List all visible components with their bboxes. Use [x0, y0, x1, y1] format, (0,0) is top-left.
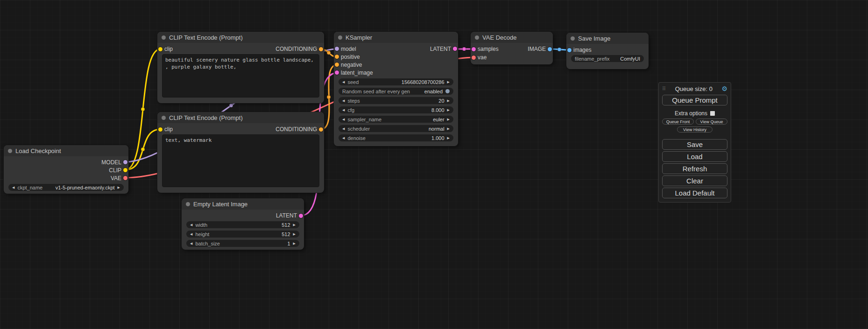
node-ksampler[interactable]: KSampler model LATENT positive negative … [334, 32, 458, 146]
node-body: MODEL CLIP VAE ◀ ckpt_name v1-5-pruned-e… [4, 156, 128, 191]
collapse-dot-icon[interactable] [8, 149, 12, 153]
widget-value: 8.000 [431, 107, 445, 113]
arrow-right-icon[interactable]: ▶ [118, 186, 120, 189]
ckpt-name-widget[interactable]: ◀ ckpt_name v1-5-pruned-emaonly.ckpt ▶ [8, 184, 124, 191]
model-input-dot[interactable] [335, 47, 339, 51]
arrow-right-icon[interactable]: ▶ [447, 80, 450, 84]
clip-output-label: CLIP [109, 167, 121, 174]
queue-menu-header: ⠿ Queue size: 0 ⚙ [662, 84, 727, 93]
image-output-dot[interactable] [548, 47, 552, 51]
drag-handle-icon[interactable]: ⠿ [662, 86, 666, 92]
collapse-dot-icon[interactable] [162, 116, 166, 120]
latent-output-dot[interactable] [299, 214, 303, 218]
load-default-button[interactable]: Load Default [662, 188, 727, 198]
arrow-left-icon[interactable]: ◀ [342, 108, 345, 112]
node-load-checkpoint[interactable]: Load Checkpoint MODEL CLIP VAE ◀ ckpt_na… [4, 145, 128, 194]
collapse-dot-icon[interactable] [162, 35, 166, 40]
steps-widget[interactable]: ◀ steps 20 ▶ [339, 97, 453, 104]
refresh-button[interactable]: Refresh [662, 163, 727, 174]
conditioning-output-dot[interactable] [319, 127, 323, 132]
positive-input-dot[interactable] [335, 55, 339, 59]
arrow-left-icon[interactable]: ◀ [342, 136, 345, 140]
arrow-right-icon[interactable]: ▶ [447, 99, 450, 102]
node-clip-text-encode-negative[interactable]: CLIP Text Encode (Prompt) clip CONDITION… [157, 112, 324, 193]
clip-input-dot[interactable] [158, 47, 162, 51]
arrow-right-icon[interactable]: ▶ [447, 127, 450, 130]
settings-gear-icon[interactable]: ⚙ [721, 85, 727, 92]
model-output-dot[interactable] [123, 160, 127, 164]
node-body: images filename_prefix ComfyUI [566, 44, 649, 62]
arrow-left-icon[interactable]: ◀ [342, 80, 345, 84]
vae-input-dot[interactable] [472, 56, 476, 60]
queue-prompt-button[interactable]: Queue Prompt [662, 95, 727, 105]
toggle-indicator-icon[interactable] [445, 89, 450, 93]
node-title-bar[interactable]: CLIP Text Encode (Prompt) [157, 32, 324, 43]
clip-output-dot[interactable] [123, 168, 127, 172]
width-widget[interactable]: ◀ width 512 ▶ [186, 221, 299, 228]
vae-output-dot[interactable] [123, 176, 127, 180]
node-title-bar[interactable]: VAE Decode [471, 32, 553, 43]
node-title-bar[interactable]: Load Checkpoint [4, 145, 128, 156]
widget-value: normal [429, 126, 445, 132]
node-title-bar[interactable]: Empty Latent Image [182, 198, 304, 210]
negative-input-dot[interactable] [335, 63, 339, 67]
arrow-right-icon[interactable]: ▶ [293, 232, 296, 236]
node-title: CLIP Text Encode (Prompt) [169, 34, 243, 41]
images-input-dot[interactable] [567, 48, 572, 52]
node-vae-decode[interactable]: VAE Decode samples IMAGE vae [471, 32, 553, 64]
random-seed-toggle-widget[interactable]: Random seed after every gen enabled [339, 88, 453, 95]
node-body: samples IMAGE vae [471, 43, 553, 62]
collapse-dot-icon[interactable] [186, 202, 190, 206]
extra-options-checkbox[interactable] [710, 111, 715, 116]
arrow-left-icon[interactable]: ◀ [342, 118, 345, 121]
queue-menu-panel[interactable]: ⠿ Queue size: 0 ⚙ Queue Prompt Extra opt… [658, 82, 731, 203]
clip-input-dot[interactable] [158, 127, 162, 132]
node-title-bar[interactable]: Save Image [566, 33, 649, 44]
arrow-right-icon[interactable]: ▶ [447, 118, 450, 121]
arrow-left-icon[interactable]: ◀ [12, 186, 14, 189]
arrow-left-icon[interactable]: ◀ [190, 242, 192, 245]
arrow-right-icon[interactable]: ▶ [293, 223, 296, 226]
clear-button[interactable]: Clear [662, 175, 727, 186]
collapse-dot-icon[interactable] [571, 36, 575, 41]
positive-input-label: positive [341, 54, 360, 60]
queue-front-button[interactable]: Queue Front [662, 119, 694, 125]
arrow-right-icon[interactable]: ▶ [447, 108, 450, 112]
arrow-left-icon[interactable]: ◀ [190, 232, 192, 236]
widget-value: v1-5-pruned-emaonly.ckpt [56, 185, 115, 190]
arrow-right-icon[interactable]: ▶ [447, 136, 450, 140]
height-widget[interactable]: ◀ height 512 ▶ [186, 231, 299, 238]
node-empty-latent-image[interactable]: Empty Latent Image LATENT ◀ width 512 ▶ … [182, 198, 304, 250]
arrow-left-icon[interactable]: ◀ [342, 99, 345, 102]
batch-size-widget[interactable]: ◀ batch_size 1 ▶ [186, 240, 299, 247]
arrow-left-icon[interactable]: ◀ [190, 223, 192, 226]
slot-row: samples IMAGE [471, 45, 553, 53]
arrow-right-icon[interactable]: ▶ [293, 242, 296, 245]
node-title-bar[interactable]: CLIP Text Encode (Prompt) [157, 112, 324, 123]
scheduler-widget[interactable]: ◀ scheduler normal ▶ [339, 125, 453, 132]
conditioning-output-dot[interactable] [319, 47, 323, 51]
view-history-button[interactable]: View History [677, 126, 713, 133]
latent-output-dot[interactable] [453, 47, 457, 51]
negative-prompt-textarea[interactable]: text, watermark [162, 134, 319, 187]
positive-prompt-textarea[interactable]: beautiful scenery nature glass bottle la… [162, 54, 319, 98]
filename-prefix-widget[interactable]: filename_prefix ComfyUI [571, 55, 644, 62]
collapse-dot-icon[interactable] [475, 35, 479, 40]
collapse-dot-icon[interactable] [338, 35, 342, 40]
seed-widget[interactable]: ◀ seed 156680208700286 ▶ [339, 78, 453, 85]
widget-label: filename_prefix [575, 56, 610, 62]
node-save-image[interactable]: Save Image images filename_prefix ComfyU… [566, 33, 649, 69]
widget-label: sampler_name [347, 117, 381, 122]
cfg-widget[interactable]: ◀ cfg 8.000 ▶ [339, 106, 453, 113]
arrow-left-icon[interactable]: ◀ [342, 127, 345, 130]
node-clip-text-encode-positive[interactable]: CLIP Text Encode (Prompt) clip CONDITION… [157, 32, 324, 103]
save-button[interactable]: Save [662, 139, 727, 150]
sampler-name-widget[interactable]: ◀ sampler_name euler ▶ [339, 116, 453, 123]
latent-image-input-dot[interactable] [335, 70, 339, 75]
load-button[interactable]: Load [662, 151, 727, 162]
node-graph-canvas[interactable]: Load Checkpoint MODEL CLIP VAE ◀ ckpt_na… [0, 0, 868, 329]
samples-input-dot[interactable] [472, 47, 476, 51]
view-queue-button[interactable]: View Queue [696, 119, 727, 125]
node-title-bar[interactable]: KSampler [334, 32, 458, 43]
denoise-widget[interactable]: ◀ denoise 1.000 ▶ [339, 134, 453, 141]
